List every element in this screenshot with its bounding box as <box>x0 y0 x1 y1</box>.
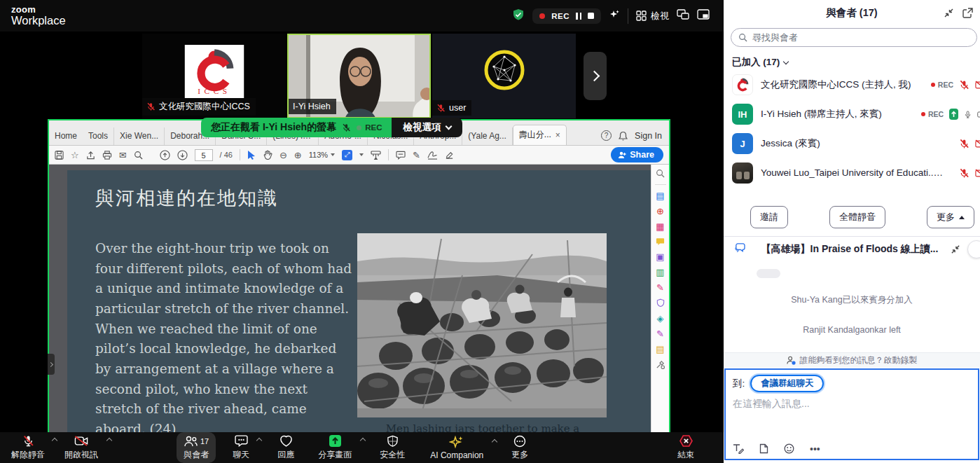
invite-button[interactable]: 邀請 <box>750 206 788 228</box>
message-input[interactable] <box>733 398 971 409</box>
view-options-button[interactable]: 檢視選項 <box>392 118 462 137</box>
zoom-out-icon[interactable]: ⊖ <box>279 151 287 160</box>
scroll-to-bottom-button[interactable] <box>967 240 980 258</box>
emoji-icon[interactable] <box>784 443 794 454</box>
page-width-icon[interactable] <box>371 151 381 160</box>
tab-document-8[interactable]: (Yale Ag... <box>462 127 512 145</box>
zoom-in-icon[interactable]: ⊕ <box>294 151 302 160</box>
more-button[interactable]: 更多 <box>504 432 535 463</box>
joined-section-toggle[interactable]: 已加入 (17) <box>732 56 788 69</box>
fit-dropdown-arrow[interactable] <box>359 153 364 156</box>
encryption-shield-icon[interactable] <box>512 8 525 24</box>
chevron-up-icon[interactable] <box>360 438 366 443</box>
help-icon[interactable]: ? <box>601 130 612 141</box>
tab-tools[interactable]: Tools <box>83 127 114 145</box>
participant-row[interactable]: Youwei Luo_Taipei University of Educati.… <box>724 158 980 188</box>
print-icon[interactable] <box>102 151 112 160</box>
compress-pdf-icon[interactable]: ◈ <box>657 314 664 323</box>
edit-pdf-icon[interactable]: ▦ <box>656 222 664 231</box>
view-button[interactable]: 檢視 <box>636 10 669 22</box>
next-page-icon[interactable] <box>177 150 188 160</box>
attach-file-icon[interactable] <box>759 443 768 454</box>
sign-in-button[interactable]: Sign In <box>635 131 662 141</box>
participant-search-box[interactable] <box>731 28 977 47</box>
fill-sign-icon[interactable]: ✎ <box>656 283 664 292</box>
muted-mic-icon[interactable] <box>959 80 969 90</box>
tab-close-icon[interactable]: × <box>555 130 560 140</box>
chat-button[interactable]: 聊天 <box>226 432 262 463</box>
swap-windows-icon[interactable] <box>677 9 689 22</box>
next-videos-button[interactable] <box>584 52 607 100</box>
organize-pages-icon[interactable]: ▥ <box>656 268 664 277</box>
video-off-icon[interactable] <box>975 81 980 90</box>
stop-recording-button[interactable] <box>588 13 594 19</box>
request-signatures-icon[interactable]: ✎ <box>656 329 664 338</box>
ai-companion-button[interactable]: AI Companion <box>423 434 497 462</box>
comment-tool-icon[interactable] <box>656 237 665 246</box>
collapse-chat-icon[interactable] <box>951 244 960 254</box>
video-tile-iyi-hsieh[interactable]: I-Yi Hsieh <box>287 34 431 118</box>
security-button[interactable]: 安全性 <box>373 432 412 463</box>
upload-share-icon[interactable] <box>86 151 95 160</box>
fit-page-icon[interactable]: ⤢ <box>342 150 352 160</box>
search-document-icon[interactable] <box>134 151 143 160</box>
chevron-up-icon[interactable] <box>492 438 497 444</box>
chat-target-pill[interactable]: 會議群組聊天 <box>750 375 824 392</box>
mute-all-button[interactable]: 全體靜音 <box>829 206 885 228</box>
video-off-icon[interactable] <box>975 139 980 148</box>
more-tools-icon[interactable] <box>656 360 665 369</box>
unmute-button[interactable]: 解除靜音 <box>4 432 57 463</box>
comment-icon[interactable] <box>396 151 406 160</box>
tab-document-1[interactable]: Xie Wen... <box>114 127 165 145</box>
export-pdf-icon[interactable]: ▤ <box>656 191 664 200</box>
participant-row[interactable]: J Jessica (來賓) <box>724 129 980 158</box>
end-meeting-button[interactable]: 結束 <box>670 432 701 463</box>
tab-document-active[interactable]: 壽山分... × <box>513 125 567 145</box>
muted-mic-icon[interactable] <box>959 139 969 149</box>
participant-row[interactable]: IH I-Yi Hsieh (聯席主持人, 來賓) REC <box>724 99 980 129</box>
video-icon[interactable] <box>977 110 980 119</box>
protect-icon[interactable] <box>656 298 665 307</box>
video-off-icon[interactable] <box>975 169 980 178</box>
reactions-button[interactable]: 回應 <box>270 432 301 463</box>
pause-recording-button[interactable] <box>576 13 581 20</box>
more-participants-button[interactable]: 更多 <box>927 206 974 228</box>
notifications-bell-icon[interactable] <box>619 131 628 141</box>
prepare-form-icon[interactable]: ▤ <box>656 345 664 354</box>
ink-signature-icon[interactable] <box>427 151 438 160</box>
create-pdf-icon[interactable]: ⊕ <box>656 207 664 216</box>
save-icon[interactable] <box>55 151 64 160</box>
participant-row[interactable]: 文化研究國際中心ICCS (主持人, 我) REC <box>724 70 980 99</box>
search-input[interactable] <box>752 32 969 43</box>
start-video-button[interactable]: 開啟視訊 <box>57 432 112 463</box>
rail-search-icon[interactable] <box>656 169 665 178</box>
muted-mic-icon[interactable] <box>959 168 969 179</box>
adobe-share-button[interactable]: Share <box>611 147 663 163</box>
ai-sparkle-icon[interactable] <box>609 9 620 23</box>
share-screen-button[interactable]: 分享畫面 <box>311 432 366 463</box>
format-text-icon[interactable] <box>733 443 744 454</box>
chevron-up-icon[interactable] <box>52 438 57 443</box>
popout-panel-icon[interactable] <box>962 8 973 18</box>
more-compose-icon[interactable]: ••• <box>810 444 820 454</box>
stamp-icon[interactable] <box>445 151 454 160</box>
tab-home[interactable]: Home <box>49 127 83 145</box>
pencil-edit-icon[interactable]: ✎ <box>413 151 420 160</box>
minimize-window-icon[interactable] <box>697 9 710 22</box>
mic-on-icon[interactable] <box>964 109 972 120</box>
collapse-panel-icon[interactable] <box>944 8 954 18</box>
video-tile-iccs[interactable]: ICCS 文化研究國際中心ICCS <box>142 34 286 118</box>
video-tile-user[interactable]: user <box>432 34 576 118</box>
chat-compose-box[interactable]: 到: 會議群組聊天 ••• <box>724 368 979 460</box>
hand-tool-icon[interactable] <box>263 150 272 160</box>
previous-page-icon[interactable] <box>160 150 170 160</box>
chevron-up-icon[interactable] <box>106 438 112 443</box>
select-cursor-icon[interactable] <box>247 150 256 160</box>
chevron-up-icon[interactable] <box>256 438 262 443</box>
page-number-input[interactable]: 5 <box>195 149 213 161</box>
zoom-level-dropdown[interactable]: 113% <box>309 151 335 159</box>
email-icon[interactable]: ✉ <box>119 151 127 160</box>
panel-expander-button[interactable] <box>48 354 55 375</box>
star-icon[interactable]: ☆ <box>71 151 79 160</box>
participants-button[interactable]: 17 與會者 <box>177 432 216 463</box>
